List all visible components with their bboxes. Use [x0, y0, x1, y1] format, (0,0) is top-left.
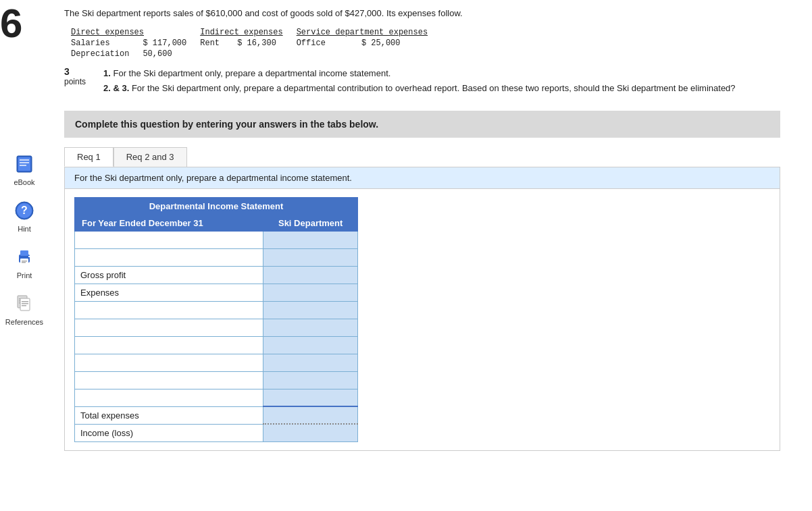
stmt-subheader-row: For Year Ended December 31 Ski Departmen… [75, 215, 358, 231]
svg-text:?: ? [21, 205, 28, 216]
row-value-total-expenses[interactable] [263, 406, 358, 424]
table-row [75, 231, 358, 248]
sidebar-item-ebook[interactable]: eBook [12, 152, 36, 186]
row-label-9 [75, 371, 263, 389]
svg-rect-19 [22, 301, 28, 302]
problem-text: The Ski department reports sales of $610… [64, 7, 800, 20]
table-row: Total expenses [75, 406, 358, 424]
svg-rect-11 [22, 261, 27, 262]
ebook-icon [12, 152, 36, 176]
row-label-6 [75, 319, 263, 336]
tab-content: For the Ski department only, prepare a d… [64, 167, 780, 451]
row-label-2 [75, 248, 263, 266]
row-value-income[interactable] [263, 424, 358, 441]
req-instruction: For the Ski department only, prepare a d… [65, 167, 780, 189]
rent-amount: $ 16,300 [230, 38, 289, 49]
row-value-2[interactable] [263, 248, 358, 266]
income-statement-table: Departmental Income Statement For Year E… [74, 197, 358, 442]
references-icon [12, 292, 36, 316]
problem-number: 6 [0, 0, 64, 44]
office-label: Office [290, 38, 355, 49]
row-label-expenses: Expenses [75, 284, 263, 301]
print-icon [12, 245, 36, 269]
points-label: points [64, 77, 103, 86]
sidebar-item-print[interactable]: Print [12, 245, 36, 279]
stmt-container: Departmental Income Statement For Year E… [65, 189, 780, 450]
svg-rect-13 [28, 256, 30, 257]
ebook-label: eBook [14, 178, 34, 186]
svg-rect-20 [22, 303, 28, 304]
tab-req1[interactable]: Req 1 [64, 147, 113, 167]
row-label-8 [75, 354, 263, 371]
svg-rect-12 [22, 262, 26, 263]
row-value-6[interactable] [263, 319, 358, 336]
tab-req23[interactable]: Req 2 and 3 [113, 147, 187, 167]
row-label-5 [75, 301, 263, 319]
row-value-5[interactable] [263, 301, 358, 319]
row-value-8[interactable] [263, 354, 358, 371]
rent-label: Rent [193, 38, 230, 49]
row-label-1 [75, 231, 263, 248]
stmt-col1-header: For Year Ended December 31 [75, 215, 263, 231]
expense-table: Direct expenses Indirect expenses Servic… [64, 27, 434, 59]
stmt-header-row: Departmental Income Statement [75, 197, 358, 215]
table-row [75, 354, 358, 371]
stmt-title: Departmental Income Statement [75, 197, 358, 215]
instruction-1: 1. For the Ski department only, prepare … [103, 66, 736, 81]
salaries-label: Salaries [64, 38, 136, 49]
points-number: 3 [64, 66, 103, 77]
svg-rect-21 [22, 305, 26, 306]
service-expenses-header: Service department expenses [297, 28, 428, 37]
indirect-expenses-header: Indirect expenses [200, 28, 282, 37]
table-row: Gross profit [75, 266, 358, 284]
depreciation-label: Depreciation [64, 49, 136, 59]
row-value-expenses [263, 284, 358, 301]
svg-rect-2 [20, 159, 29, 161]
table-row [75, 371, 358, 389]
row-label-gross-profit: Gross profit [75, 266, 263, 284]
svg-rect-3 [20, 162, 29, 163]
salaries-amount: $ 117,000 [136, 38, 193, 49]
references-label: References [5, 318, 43, 326]
hint-icon: ? [12, 198, 36, 223]
sidebar-item-hint[interactable]: ? Hint [12, 198, 36, 233]
stmt-col2-header: Ski Department [263, 215, 358, 231]
row-label-10 [75, 389, 263, 406]
sidebar-item-references[interactable]: References [5, 292, 43, 326]
row-value-9[interactable] [263, 371, 358, 389]
print-label: Print [17, 271, 32, 279]
table-row [75, 319, 358, 336]
direct-expenses-header: Direct expenses [71, 28, 144, 37]
row-value-10[interactable] [263, 389, 358, 406]
row-label-total-expenses: Total expenses [75, 406, 263, 424]
office-amount: $ 25,000 [355, 38, 434, 49]
svg-rect-4 [20, 165, 26, 166]
table-row [75, 248, 358, 266]
table-row [75, 389, 358, 406]
row-label-7 [75, 336, 263, 354]
row-value-1[interactable] [263, 231, 358, 248]
instruction-23: 2. & 3. For the Ski department only, pre… [103, 81, 736, 96]
table-row [75, 301, 358, 319]
complete-box: Complete this question by entering your … [64, 111, 780, 138]
row-value-7[interactable] [263, 336, 358, 354]
row-value-gross-profit[interactable] [263, 266, 358, 284]
row-label-income: Income (loss) [75, 424, 263, 441]
instructions: 1. For the Ski department only, prepare … [103, 66, 736, 96]
table-row: Expenses [75, 284, 358, 301]
hint-label: Hint [18, 225, 31, 233]
svg-rect-9 [20, 250, 28, 256]
depreciation-amount: 50,600 [136, 49, 193, 59]
tabs-container: Req 1 Req 2 and 3 [64, 147, 800, 167]
table-row: Income (loss) [75, 424, 358, 441]
table-row [75, 336, 358, 354]
svg-rect-18 [20, 298, 30, 311]
